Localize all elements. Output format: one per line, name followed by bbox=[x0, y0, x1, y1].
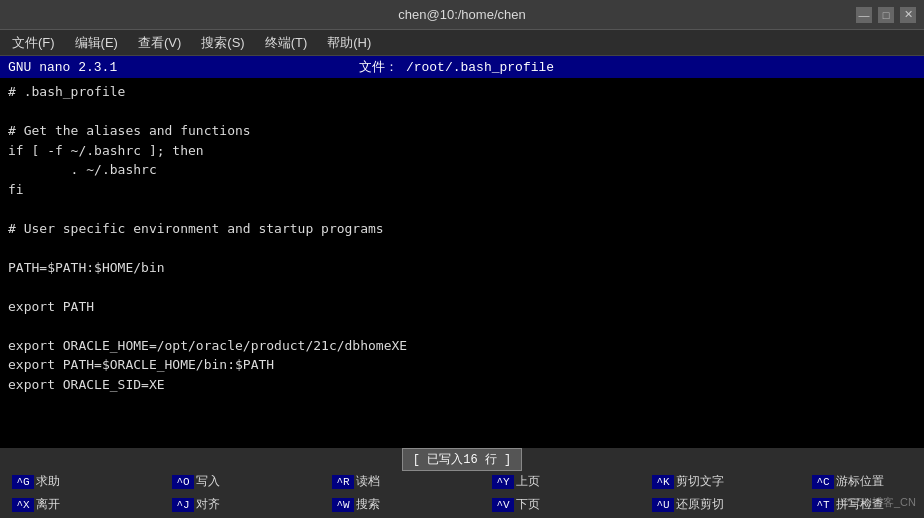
title-bar-text: chen@10:/home/chen bbox=[68, 7, 856, 22]
menu-help[interactable]: 帮助(H) bbox=[319, 32, 379, 54]
menu-view[interactable]: 查看(V) bbox=[130, 32, 189, 54]
label-exit: 离开 bbox=[36, 496, 60, 513]
shortcut-row-1: ^G 求助 ^O 写入 ^R 读档 ^Y 上页 ^K 剪切文字 ^C 游标位置 bbox=[4, 472, 920, 491]
nano-filename: 文件： /root/.bash_profile bbox=[117, 58, 796, 76]
title-bar: chen@10:/home/chen — □ ✕ bbox=[0, 0, 924, 30]
nano-version: GNU nano 2.3.1 bbox=[8, 60, 117, 75]
label-gethelp: 求助 bbox=[36, 473, 60, 490]
shortcut-writout: ^O 写入 bbox=[172, 473, 272, 490]
terminal-window: chen@10:/home/chen — □ ✕ 文件(F) 编辑(E) 查看(… bbox=[0, 0, 924, 518]
shortcut-justify: ^J 对齐 bbox=[172, 496, 272, 513]
key-cu[interactable]: ^U bbox=[652, 498, 674, 512]
shortcut-curpos: ^C 游标位置 bbox=[812, 473, 912, 490]
label-readfile: 读档 bbox=[356, 473, 380, 490]
label-uncut: 还原剪切 bbox=[676, 496, 724, 513]
key-ct[interactable]: ^T bbox=[812, 498, 834, 512]
key-cx[interactable]: ^X bbox=[12, 498, 34, 512]
shortcut-uncut: ^U 还原剪切 bbox=[652, 496, 752, 513]
menu-terminal[interactable]: 终端(T) bbox=[257, 32, 316, 54]
status-badge: [ 已写入16 行 ] bbox=[402, 448, 522, 471]
editor-area[interactable]: # .bash_profile # Get the aliases and fu… bbox=[0, 78, 924, 448]
key-co[interactable]: ^O bbox=[172, 475, 194, 489]
nano-header: GNU nano 2.3.1 文件： /root/.bash_profile bbox=[0, 56, 924, 78]
key-cv[interactable]: ^V bbox=[492, 498, 514, 512]
watermark: CSDN博客_CN bbox=[841, 495, 916, 510]
close-button[interactable]: ✕ bbox=[900, 7, 916, 23]
status-bar: [ 已写入16 行 ] bbox=[0, 448, 924, 470]
title-bar-controls: — □ ✕ bbox=[856, 7, 916, 23]
key-cj[interactable]: ^J bbox=[172, 498, 194, 512]
key-cc[interactable]: ^C bbox=[812, 475, 834, 489]
menu-edit[interactable]: 编辑(E) bbox=[67, 32, 126, 54]
shortcut-gethelp: ^G 求助 bbox=[12, 473, 112, 490]
shortcut-bar: ^G 求助 ^O 写入 ^R 读档 ^Y 上页 ^K 剪切文字 ^C 游标位置 bbox=[0, 470, 924, 516]
shortcut-nextpage: ^V 下页 bbox=[492, 496, 592, 513]
label-curpos: 游标位置 bbox=[836, 473, 884, 490]
editor-content: # .bash_profile # Get the aliases and fu… bbox=[8, 82, 916, 394]
shortcut-cut: ^K 剪切文字 bbox=[652, 473, 752, 490]
menu-search[interactable]: 搜索(S) bbox=[193, 32, 252, 54]
menu-file[interactable]: 文件(F) bbox=[4, 32, 63, 54]
label-whereis: 搜索 bbox=[356, 496, 380, 513]
label-justify: 对齐 bbox=[196, 496, 220, 513]
restore-button[interactable]: □ bbox=[878, 7, 894, 23]
shortcut-exit: ^X 离开 bbox=[12, 496, 112, 513]
shortcut-prevpage: ^Y 上页 bbox=[492, 473, 592, 490]
label-cut: 剪切文字 bbox=[676, 473, 724, 490]
key-cg[interactable]: ^G bbox=[12, 475, 34, 489]
key-cy[interactable]: ^Y bbox=[492, 475, 514, 489]
key-ck[interactable]: ^K bbox=[652, 475, 674, 489]
shortcut-row-2: ^X 离开 ^J 对齐 ^W 搜索 ^V 下页 ^U 还原剪切 ^T 拼写检查 bbox=[4, 495, 920, 514]
shortcut-readfile: ^R 读档 bbox=[332, 473, 432, 490]
minimize-button[interactable]: — bbox=[856, 7, 872, 23]
label-nextpage: 下页 bbox=[516, 496, 540, 513]
key-cr[interactable]: ^R bbox=[332, 475, 354, 489]
key-cw[interactable]: ^W bbox=[332, 498, 354, 512]
shortcut-whereis: ^W 搜索 bbox=[332, 496, 432, 513]
menu-bar: 文件(F) 编辑(E) 查看(V) 搜索(S) 终端(T) 帮助(H) bbox=[0, 30, 924, 56]
label-prevpage: 上页 bbox=[516, 473, 540, 490]
label-writout: 写入 bbox=[196, 473, 220, 490]
